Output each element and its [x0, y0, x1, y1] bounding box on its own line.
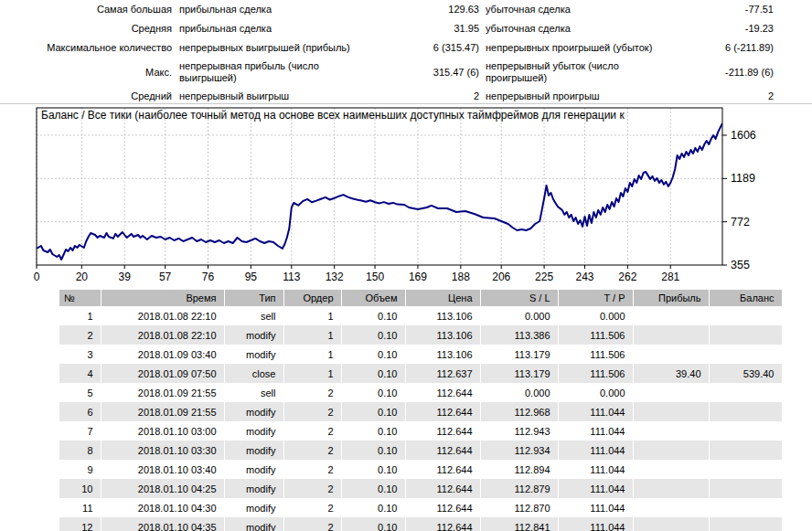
table-cell: 111.506	[558, 325, 633, 345]
table-cell: 2	[283, 517, 341, 531]
x-axis-label: 0	[34, 271, 40, 283]
table-cell	[709, 517, 782, 531]
table-cell: 111.044	[558, 517, 633, 531]
table-cell: 113.106	[405, 325, 480, 345]
table-row[interactable]: 102018.01.10 04:25modify20.10112.644112.…	[59, 479, 782, 498]
table-cell	[709, 441, 782, 460]
table-cell: modify	[224, 345, 283, 364]
table-cell	[709, 498, 782, 517]
stat-label: Макс.	[0, 58, 172, 87]
table-cell: 2018.01.09 21:55	[101, 383, 224, 402]
table-cell: 1	[59, 306, 101, 325]
table-cell: 0.10	[341, 421, 405, 441]
table-cell: 112.644	[405, 517, 480, 531]
table-row[interactable]: 52018.01.09 21:55sell20.10112.6440.0000.…	[59, 383, 782, 402]
y-axis-label: 1606	[731, 129, 756, 142]
table-cell	[633, 345, 709, 364]
table-cell: 112.943	[480, 421, 558, 441]
table-row[interactable]: 122018.01.10 04:35modify20.10112.644112.…	[59, 517, 782, 531]
table-cell	[709, 306, 782, 325]
balance-line	[37, 123, 722, 260]
table-cell: 539.40	[709, 364, 782, 383]
stat-desc: убыточная сделка	[479, 0, 689, 19]
table-cell: 112.644	[405, 402, 480, 421]
table-cell	[633, 517, 709, 531]
y-axis-label: 772	[731, 216, 750, 228]
table-cell: modify	[224, 517, 283, 531]
x-axis-label: 206	[492, 271, 510, 283]
table-cell: 12	[59, 517, 101, 531]
table-row[interactable]: 62018.01.09 21:55modify20.10112.644112.9…	[59, 402, 782, 421]
table-cell: 2018.01.10 03:00	[101, 421, 224, 441]
table-cell	[633, 402, 709, 421]
table-cell: 2018.01.10 04:25	[101, 479, 224, 498]
table-cell: 112.637	[405, 364, 480, 383]
table-cell: 2018.01.08 22:10	[101, 325, 224, 345]
table-cell: 2018.01.10 03:30	[101, 441, 224, 460]
stat-value: 6 (315.47)	[401, 38, 479, 58]
table-cell: 112.644	[405, 441, 480, 460]
table-row[interactable]: 112018.01.10 04:30modify20.10112.644112.…	[59, 498, 782, 517]
table-cell	[633, 306, 709, 325]
table-cell	[709, 345, 782, 364]
table-cell: 11	[59, 498, 101, 517]
table-row[interactable]: 92018.01.10 03:40modify20.10112.644112.8…	[59, 460, 782, 479]
stat-desc: прибыльная сделка	[172, 19, 401, 38]
table-cell: 112.644	[405, 421, 480, 441]
table-row[interactable]: 82018.01.10 03:30modify20.10112.644112.9…	[59, 441, 782, 460]
table-cell: close	[224, 364, 283, 383]
x-axis-label: 243	[575, 271, 593, 283]
table-cell: 0.000	[480, 306, 558, 325]
table-row[interactable]: 12018.01.08 22:10sell10.10113.1060.0000.…	[59, 306, 782, 325]
table-cell: 2	[283, 383, 341, 402]
table-cell: 7	[59, 421, 101, 441]
stat-desc: убыточная сделка	[479, 19, 689, 38]
table-cell: 111.506	[558, 364, 633, 383]
table-row[interactable]: 22018.01.08 22:10modify10.10113.106113.3…	[59, 325, 782, 345]
column-header: T / P	[558, 290, 633, 306]
table-cell: 112.879	[480, 479, 558, 498]
x-axis-label: 57	[159, 271, 172, 283]
stat-value: 6 (-211.89)	[689, 38, 774, 58]
table-row[interactable]: 42018.01.09 07:50close10.10112.637113.17…	[59, 364, 782, 383]
table-cell: modify	[224, 402, 283, 421]
table-cell: 4	[59, 364, 101, 383]
table-row[interactable]: 72018.01.10 03:00modify20.10112.644112.9…	[59, 421, 782, 441]
table-cell: 111.044	[558, 479, 633, 498]
y-axis-label: 1189	[731, 172, 755, 185]
x-axis-label: 20	[76, 271, 89, 283]
table-cell: 8	[59, 441, 101, 460]
stat-label: Средний	[0, 87, 172, 106]
table-cell: sell	[224, 306, 283, 325]
table-cell: 2	[283, 479, 341, 498]
table-cell: 112.894	[480, 460, 558, 479]
table-cell: 2	[283, 441, 341, 460]
x-axis-label: 39	[119, 271, 132, 283]
table-cell	[633, 325, 709, 345]
table-cell: 111.044	[558, 498, 633, 517]
table-cell: 1	[283, 325, 341, 345]
table-cell: 112.841	[480, 517, 558, 531]
stat-desc: непрерывный убыток (число проигрышей)	[479, 58, 689, 87]
table-cell: 0.000	[558, 383, 633, 402]
stat-value: 129.63	[401, 0, 479, 19]
stat-label: Средняя	[0, 19, 172, 38]
table-cell: 0.10	[341, 479, 405, 498]
table-cell: 111.044	[558, 421, 633, 441]
table-cell: 0.000	[480, 383, 558, 402]
stat-desc: непрерывный выигрыш	[172, 87, 401, 106]
table-cell: 112.968	[480, 402, 558, 421]
table-cell: 0.10	[341, 441, 405, 460]
x-axis-label: 169	[409, 271, 427, 283]
table-cell: 3	[59, 345, 101, 364]
table-cell: 0.10	[341, 306, 405, 325]
table-cell: 6	[59, 402, 101, 421]
chart-title: Баланс / Все тики (наиболее точный метод…	[41, 109, 720, 123]
table-cell: modify	[224, 421, 283, 441]
column-header: Ордер	[283, 290, 341, 306]
table-cell: 111.044	[558, 460, 633, 479]
trades-header-row: №ВремяТипОрдерОбъемЦенаS / LT / PПрибыль…	[59, 290, 782, 306]
stat-desc: прибыльная сделка	[172, 0, 401, 19]
table-row[interactable]: 32018.01.09 03:40modify10.10113.106113.1…	[59, 345, 782, 364]
x-axis-label: 225	[535, 271, 553, 283]
